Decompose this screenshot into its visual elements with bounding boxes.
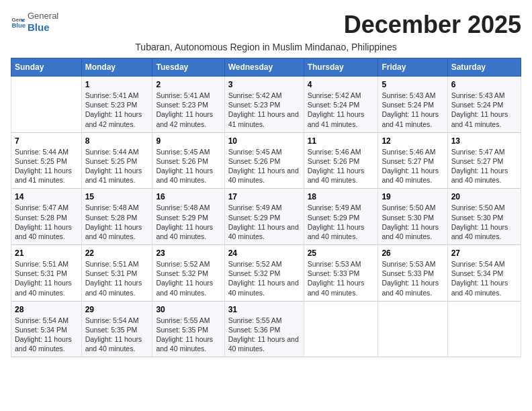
day-number: 18 bbox=[308, 192, 375, 201]
day-number: 11 bbox=[308, 136, 375, 146]
day-number: 30 bbox=[156, 305, 220, 314]
day-number: 16 bbox=[156, 192, 220, 201]
calendar-subtitle: Tubaran, Autonomous Region in Muslim Min… bbox=[11, 42, 521, 52]
day-number: 6 bbox=[451, 80, 517, 89]
calendar-day-cell: 5 Sunrise: 5:43 AMSunset: 5:24 PMDayligh… bbox=[378, 77, 447, 133]
calendar-day-cell: 11 Sunrise: 5:46 AMSunset: 5:26 PMDaylig… bbox=[304, 132, 378, 189]
calendar-day-cell: 29 Sunrise: 5:54 AMSunset: 5:35 PMDaylig… bbox=[81, 301, 152, 357]
day-number: 21 bbox=[15, 248, 78, 258]
calendar-day-cell: 20 Sunrise: 5:50 AMSunset: 5:30 PMDaylig… bbox=[447, 189, 521, 245]
day-of-week-header: Sunday bbox=[11, 58, 82, 77]
day-info: Sunrise: 5:49 AMSunset: 5:29 PMDaylight:… bbox=[228, 203, 299, 240]
day-info: Sunrise: 5:43 AMSunset: 5:24 PMDaylight:… bbox=[382, 91, 439, 128]
calendar-day-cell: 2 Sunrise: 5:41 AMSunset: 5:23 PMDayligh… bbox=[152, 77, 224, 133]
day-of-week-header: Friday bbox=[378, 58, 447, 77]
month-year-title: December 2025 bbox=[344, 11, 521, 39]
calendar-day-cell: 7 Sunrise: 5:44 AMSunset: 5:25 PMDayligh… bbox=[11, 132, 82, 189]
day-info: Sunrise: 5:55 AMSunset: 5:35 PMDaylight:… bbox=[156, 316, 213, 353]
day-info: Sunrise: 5:44 AMSunset: 5:25 PMDaylight:… bbox=[15, 148, 72, 185]
logo: General Blue General Blue bbox=[11, 11, 58, 34]
day-number: 2 bbox=[156, 80, 220, 89]
calendar-day-cell: 25 Sunrise: 5:53 AMSunset: 5:33 PMDaylig… bbox=[304, 245, 378, 302]
day-info: Sunrise: 5:43 AMSunset: 5:24 PMDaylight:… bbox=[451, 91, 508, 128]
calendar-day-cell: 12 Sunrise: 5:46 AMSunset: 5:27 PMDaylig… bbox=[378, 132, 447, 189]
day-number: 10 bbox=[228, 136, 300, 146]
calendar-day-cell: 8 Sunrise: 5:44 AMSunset: 5:25 PMDayligh… bbox=[81, 132, 152, 189]
day-info: Sunrise: 5:46 AMSunset: 5:26 PMDaylight:… bbox=[308, 148, 365, 185]
calendar-table: SundayMondayTuesdayWednesdayThursdayFrid… bbox=[11, 58, 521, 357]
day-info: Sunrise: 5:50 AMSunset: 5:30 PMDaylight:… bbox=[382, 203, 439, 240]
day-number: 22 bbox=[85, 248, 149, 258]
calendar-day-cell: 10 Sunrise: 5:45 AMSunset: 5:26 PMDaylig… bbox=[224, 132, 304, 189]
day-number: 14 bbox=[15, 192, 78, 201]
day-info: Sunrise: 5:41 AMSunset: 5:23 PMDaylight:… bbox=[156, 91, 213, 128]
day-info: Sunrise: 5:48 AMSunset: 5:29 PMDaylight:… bbox=[156, 203, 213, 240]
day-info: Sunrise: 5:53 AMSunset: 5:33 PMDaylight:… bbox=[308, 260, 365, 297]
day-number: 4 bbox=[308, 80, 375, 89]
calendar-header-row: SundayMondayTuesdayWednesdayThursdayFrid… bbox=[11, 58, 521, 77]
day-number: 15 bbox=[85, 192, 149, 201]
calendar-day-cell: 13 Sunrise: 5:47 AMSunset: 5:27 PMDaylig… bbox=[447, 132, 521, 189]
day-number: 23 bbox=[156, 248, 220, 258]
calendar-day-cell: 27 Sunrise: 5:54 AMSunset: 5:34 PMDaylig… bbox=[447, 245, 521, 302]
day-number: 24 bbox=[228, 248, 300, 258]
day-number: 1 bbox=[85, 80, 149, 89]
calendar-day-cell: 14 Sunrise: 5:47 AMSunset: 5:28 PMDaylig… bbox=[11, 189, 82, 245]
day-number: 13 bbox=[451, 136, 517, 146]
calendar-week-row: 14 Sunrise: 5:47 AMSunset: 5:28 PMDaylig… bbox=[11, 189, 521, 245]
day-info: Sunrise: 5:42 AMSunset: 5:24 PMDaylight:… bbox=[308, 91, 365, 128]
day-of-week-header: Wednesday bbox=[224, 58, 304, 77]
day-info: Sunrise: 5:44 AMSunset: 5:25 PMDaylight:… bbox=[85, 148, 142, 185]
calendar-day-cell: 19 Sunrise: 5:50 AMSunset: 5:30 PMDaylig… bbox=[378, 189, 447, 245]
day-number: 19 bbox=[382, 192, 443, 201]
calendar-day-cell bbox=[447, 301, 521, 357]
day-info: Sunrise: 5:50 AMSunset: 5:30 PMDaylight:… bbox=[451, 203, 508, 240]
day-number: 25 bbox=[308, 248, 375, 258]
day-info: Sunrise: 5:49 AMSunset: 5:29 PMDaylight:… bbox=[308, 203, 365, 240]
calendar-day-cell: 1 Sunrise: 5:41 AMSunset: 5:23 PMDayligh… bbox=[81, 77, 152, 133]
day-info: Sunrise: 5:47 AMSunset: 5:27 PMDaylight:… bbox=[451, 148, 508, 185]
calendar-day-cell: 24 Sunrise: 5:52 AMSunset: 5:32 PMDaylig… bbox=[224, 245, 304, 302]
calendar-day-cell: 6 Sunrise: 5:43 AMSunset: 5:24 PMDayligh… bbox=[447, 77, 521, 133]
day-info: Sunrise: 5:51 AMSunset: 5:31 PMDaylight:… bbox=[85, 260, 142, 297]
day-info: Sunrise: 5:55 AMSunset: 5:36 PMDaylight:… bbox=[228, 316, 299, 353]
calendar-day-cell: 28 Sunrise: 5:54 AMSunset: 5:34 PMDaylig… bbox=[11, 301, 82, 357]
day-number: 20 bbox=[451, 192, 517, 201]
calendar-day-cell: 17 Sunrise: 5:49 AMSunset: 5:29 PMDaylig… bbox=[224, 189, 304, 245]
day-number: 26 bbox=[382, 248, 443, 258]
calendar-day-cell: 16 Sunrise: 5:48 AMSunset: 5:29 PMDaylig… bbox=[152, 189, 224, 245]
day-info: Sunrise: 5:48 AMSunset: 5:28 PMDaylight:… bbox=[85, 203, 142, 240]
calendar-day-cell: 18 Sunrise: 5:49 AMSunset: 5:29 PMDaylig… bbox=[304, 189, 378, 245]
calendar-day-cell: 21 Sunrise: 5:51 AMSunset: 5:31 PMDaylig… bbox=[11, 245, 82, 302]
day-info: Sunrise: 5:52 AMSunset: 5:32 PMDaylight:… bbox=[156, 260, 213, 297]
calendar-day-cell: 26 Sunrise: 5:53 AMSunset: 5:33 PMDaylig… bbox=[378, 245, 447, 302]
day-of-week-header: Tuesday bbox=[152, 58, 224, 77]
calendar-day-cell: 4 Sunrise: 5:42 AMSunset: 5:24 PMDayligh… bbox=[304, 77, 378, 133]
day-number: 9 bbox=[156, 136, 220, 146]
calendar-day-cell: 9 Sunrise: 5:45 AMSunset: 5:26 PMDayligh… bbox=[152, 132, 224, 189]
calendar-day-cell bbox=[304, 301, 378, 357]
day-number: 8 bbox=[85, 136, 149, 146]
svg-text:Blue: Blue bbox=[11, 21, 26, 29]
day-info: Sunrise: 5:45 AMSunset: 5:26 PMDaylight:… bbox=[156, 148, 213, 185]
calendar-day-cell bbox=[378, 301, 447, 357]
day-number: 28 bbox=[15, 305, 78, 314]
day-info: Sunrise: 5:46 AMSunset: 5:27 PMDaylight:… bbox=[382, 148, 439, 185]
day-of-week-header: Thursday bbox=[304, 58, 378, 77]
logo-blue-text: Blue bbox=[28, 21, 58, 34]
day-number: 27 bbox=[451, 248, 517, 258]
day-number: 17 bbox=[228, 192, 300, 201]
day-info: Sunrise: 5:54 AMSunset: 5:34 PMDaylight:… bbox=[451, 260, 508, 297]
calendar-day-cell: 3 Sunrise: 5:42 AMSunset: 5:23 PMDayligh… bbox=[224, 77, 304, 133]
calendar-week-row: 1 Sunrise: 5:41 AMSunset: 5:23 PMDayligh… bbox=[11, 77, 521, 133]
header: General Blue General Blue December 2025 bbox=[11, 11, 521, 39]
day-info: Sunrise: 5:51 AMSunset: 5:31 PMDaylight:… bbox=[15, 260, 72, 297]
calendar-day-cell bbox=[11, 77, 82, 133]
day-info: Sunrise: 5:52 AMSunset: 5:32 PMDaylight:… bbox=[228, 260, 299, 297]
day-number: 29 bbox=[85, 305, 149, 314]
day-info: Sunrise: 5:53 AMSunset: 5:33 PMDaylight:… bbox=[382, 260, 439, 297]
day-info: Sunrise: 5:41 AMSunset: 5:23 PMDaylight:… bbox=[85, 91, 142, 128]
day-of-week-header: Saturday bbox=[447, 58, 521, 77]
day-info: Sunrise: 5:42 AMSunset: 5:23 PMDaylight:… bbox=[228, 91, 299, 128]
calendar-day-cell: 23 Sunrise: 5:52 AMSunset: 5:32 PMDaylig… bbox=[152, 245, 224, 302]
